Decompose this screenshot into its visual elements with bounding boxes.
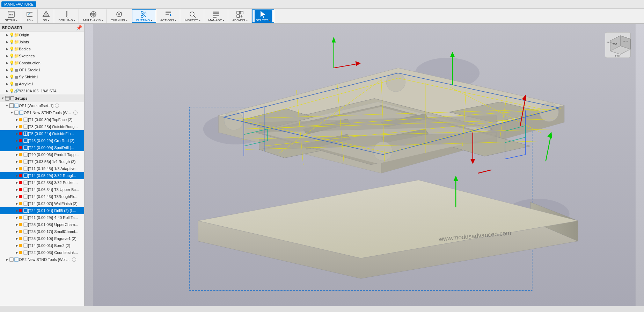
- svg-rect-30: [237, 15, 240, 17]
- browser-item-t24-drill5[interactable]: ▶ [T24 (0:01:04)] Drill5 (2) [L...: [0, 207, 84, 214]
- visibility-icon[interactable]: 💡: [9, 54, 14, 58]
- expand-arrow[interactable]: ▼: [10, 111, 14, 115]
- multiaxis-icon: [89, 10, 97, 19]
- expand-arrow[interactable]: ▶: [5, 89, 9, 93]
- browser-item-t1[interactable]: ▶ [T1 (0:00:30)] TopFace (2): [0, 116, 84, 123]
- item-label: Setups: [15, 96, 28, 100]
- browser-item-joints[interactable]: ▶ 💡 📁 Joints: [0, 38, 84, 45]
- browser-item-op1-stnd[interactable]: ▼ OP1 New STND Tools [Work of...: [0, 109, 84, 116]
- browser-item-t40[interactable]: ▶ [T40 (0:00:06)] Predrill Tapp...: [0, 151, 84, 158]
- expand-arrow[interactable]: ▶: [5, 33, 9, 37]
- expand-arrow[interactable]: ▼: [5, 104, 9, 108]
- item-label: [T40 (0:00:06)] Predrill Tapp...: [28, 153, 79, 157]
- browser-item-t14-rougl[interactable]: ▶ [T14 (0:05:29)] 3/32 Rougl...: [0, 172, 84, 179]
- inspect-button[interactable]: INSPECT ▾: [183, 9, 202, 23]
- cutting-button[interactable]: CUTTING ▾: [134, 9, 154, 23]
- browser-item-bodies[interactable]: ▶ 💡 📁 Bodies: [0, 45, 84, 52]
- op-type-icon: [23, 145, 28, 150]
- visibility-icon[interactable]: 💡: [9, 33, 14, 37]
- expand-arrow[interactable]: ▶: [5, 61, 9, 65]
- expand-arrow[interactable]: ▶: [15, 173, 19, 178]
- browser-item-sigshield[interactable]: ▶ 💡 ◼ SigShield:1: [0, 73, 84, 80]
- expand-arrow[interactable]: ▶: [5, 47, 9, 51]
- browser-item-t25-engrave1[interactable]: ▶ [T25 (0:00:10)] Engrave1 (2): [0, 235, 84, 242]
- browser-item-t14-roughflo[interactable]: ▶ [T14 (0:04:43)] T8RoughFlo...: [0, 193, 84, 200]
- browser-item-acrylic[interactable]: ▶ 💡 ◼ Acrylic:1: [0, 80, 84, 87]
- browser-item-t5[interactable]: ▶ [T5 (0:00:24)] OutsideFin...: [0, 130, 84, 137]
- expand-arrow[interactable]: ▶: [15, 243, 19, 248]
- visibility-icon[interactable]: 💡: [9, 88, 14, 93]
- 2d-button[interactable]: 2D ▾: [24, 9, 35, 23]
- manage-button[interactable]: MANAGE ▾: [207, 9, 226, 23]
- visibility-icon[interactable]: 💡: [9, 81, 14, 86]
- multiaxis-button[interactable]: MULTI-AXIS ▾: [82, 9, 104, 23]
- expand-arrow[interactable]: ▶: [15, 194, 19, 199]
- expand-arrow[interactable]: ▶: [5, 40, 9, 44]
- browser-item-t14-t8upper[interactable]: ▶ [T14 (0:06:34)] T8 Upper Bc...: [0, 186, 84, 193]
- expand-arrow[interactable]: ▼: [1, 96, 5, 100]
- 3d-button[interactable]: 3D ▾: [41, 9, 52, 23]
- expand-arrow[interactable]: ▶: [5, 54, 9, 58]
- multiaxis-label: MULTI-AXIS ▾: [83, 19, 103, 22]
- browser-item-sketches[interactable]: ▶ 💡 📁 Sketches: [0, 52, 84, 59]
- browser-item-partlink[interactable]: ▶ 💡 🔗 92210A105_18-8 STA...: [0, 87, 84, 94]
- expand-arrow[interactable]: ▶: [15, 187, 19, 192]
- browser-item-t11[interactable]: ▶ [T11 (0:19:45)] 1/8 Adaptive...: [0, 165, 84, 172]
- browser-item-t22-countersink[interactable]: ▶ [T22 (0:00:03)] Countersink...: [0, 249, 84, 256]
- setup-button[interactable]: SETUP ▾: [3, 9, 19, 23]
- expand-arrow[interactable]: ▶: [15, 132, 19, 136]
- expand-arrow[interactable]: ▶: [5, 82, 9, 86]
- browser-item-op2[interactable]: ▶ OP2 New STND Tools [Work ot...: [0, 256, 84, 263]
- expand-arrow[interactable]: ▶: [15, 236, 19, 241]
- viewport[interactable]: www.modusadvanced.com TOP FRONT RIGHT PR…: [85, 24, 644, 306]
- browser-item-t45[interactable]: ▶ [T45 (0:00:29)] CrnrRnd (2): [0, 137, 84, 144]
- expand-arrow[interactable]: ▶: [15, 215, 19, 220]
- browser-item-t14-pocket[interactable]: ▶ [T14 (0:02:38)] 3/32 Pocket...: [0, 179, 84, 186]
- expand-arrow[interactable]: ▶: [15, 125, 19, 129]
- expand-arrow[interactable]: ▶: [5, 257, 9, 262]
- visibility-icon[interactable]: 💡: [9, 75, 14, 79]
- turning-button[interactable]: TURNING ▾: [110, 9, 129, 23]
- link-icon: 🔗: [14, 88, 19, 93]
- expand-arrow[interactable]: ▶: [5, 68, 9, 72]
- browser-pin-button[interactable]: 📌: [76, 25, 82, 30]
- expand-arrow[interactable]: ▶: [15, 208, 19, 213]
- expand-arrow[interactable]: ▶: [5, 75, 9, 79]
- browser-item-t3[interactable]: ▶ [T3 (0:00:28)] OutsideRoug...: [0, 123, 84, 130]
- expand-arrow[interactable]: ▶: [15, 229, 19, 234]
- svg-rect-52: [24, 188, 27, 191]
- expand-arrow[interactable]: ▶: [15, 250, 19, 255]
- visibility-icon[interactable]: 💡: [9, 61, 14, 65]
- select-button[interactable]: SELECT ▾: [255, 9, 272, 23]
- actions-button[interactable]: ACTIONS ▾: [159, 9, 178, 23]
- expand-arrow[interactable]: ▶: [15, 146, 19, 150]
- browser-item-t7[interactable]: ▶ [T7 (0:03:56)] 1/4 Rough (2): [0, 158, 84, 165]
- expand-arrow[interactable]: ▶: [15, 201, 19, 206]
- manufacture-menu[interactable]: MANUFACTURE: [1, 1, 36, 7]
- expand-arrow[interactable]: ▶: [15, 180, 19, 185]
- addins-button[interactable]: ADD-INS ▾: [231, 9, 249, 23]
- expand-arrow[interactable]: ▶: [15, 118, 19, 122]
- browser-item-op1stock[interactable]: ▶ 💡 ◼ OP1 Stock:1: [0, 66, 84, 73]
- error-icon: [19, 195, 22, 198]
- expand-arrow[interactable]: ▶: [15, 153, 19, 157]
- browser-item-t14-bore2[interactable]: ▶ [T14 (0:00:01)] Bore2 (2): [0, 242, 84, 249]
- browser-content[interactable]: ▶ 💡 📁 Origin ▶ 💡 📁 Joints ▶ 💡 📁 Bodies: [0, 31, 84, 306]
- expand-arrow[interactable]: ▶: [15, 159, 19, 164]
- browser-item-t41[interactable]: ▶ [T41 (0:00:29)] 4-40 Roll Ta...: [0, 214, 84, 221]
- browser-item-t25-uppercham[interactable]: ▶ [T25 (0:01:08)] UpperCham...: [0, 221, 84, 228]
- browser-item-op1[interactable]: ▼ OP1 [Work offset=1]: [0, 102, 84, 109]
- expand-arrow[interactable]: ▶: [15, 139, 19, 143]
- browser-item-construction[interactable]: ▶ 💡 📁 Construction: [0, 59, 84, 66]
- expand-arrow[interactable]: ▶: [15, 166, 19, 171]
- browser-item-t14-wallfinish[interactable]: ▶ [T14 (0:02:07)] WallFinish (2): [0, 200, 84, 207]
- browser-item-t25-smallchamf[interactable]: ▶ [T25 (0:00:17)] SmallChamf...: [0, 228, 84, 235]
- visibility-icon[interactable]: 💡: [9, 68, 14, 72]
- drilling-button[interactable]: DRILLING ▾: [57, 9, 76, 23]
- browser-item-t22-spot[interactable]: ▶ [T22 (0:00:09)] SpotDrill (...: [0, 144, 84, 151]
- visibility-icon[interactable]: 💡: [9, 40, 14, 44]
- visibility-icon[interactable]: 💡: [9, 47, 14, 51]
- browser-item-origin[interactable]: ▶ 💡 📁 Origin: [0, 31, 84, 38]
- browser-item-setups[interactable]: ▼ Setups: [0, 94, 84, 102]
- expand-arrow[interactable]: ▶: [15, 222, 19, 227]
